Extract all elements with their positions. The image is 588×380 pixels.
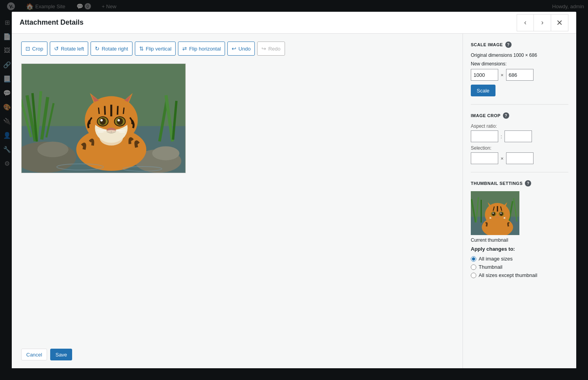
scale-image-header: SCALE IMAGE ? — [471, 42, 568, 48]
image-preview — [21, 63, 186, 173]
original-dimensions: Original dimensions 1000 × 686 — [471, 52, 568, 58]
radio-all-sizes-input[interactable] — [471, 256, 476, 262]
divider-1 — [471, 104, 568, 105]
scale-height-input[interactable] — [506, 69, 534, 81]
aspect-width-input[interactable] — [471, 130, 498, 142]
divider-2 — [471, 172, 568, 172]
svg-point-61 — [500, 212, 503, 216]
dimensions-row: × — [471, 69, 568, 81]
radio-thumbnail-label: Thumbnail — [479, 264, 503, 270]
action-buttons: Cancel Save — [21, 349, 453, 360]
next-attachment-button[interactable]: › — [534, 14, 551, 31]
flip-vertical-label: Flip vertical — [146, 46, 172, 52]
svg-rect-50 — [481, 200, 482, 223]
radio-except-input[interactable] — [471, 273, 476, 278]
crop-label: Crop — [32, 46, 43, 52]
current-thumbnail-label: Current thumbnail — [471, 237, 568, 243]
modal-title: Attachment Details — [20, 18, 517, 27]
redo-button[interactable]: ↪ Redo — [257, 42, 285, 56]
radio-except-label: All sizes except thumbnail — [479, 272, 537, 278]
radio-except-thumbnail[interactable]: All sizes except thumbnail — [471, 272, 568, 278]
undo-button[interactable]: ↩ Undo — [227, 42, 255, 56]
svg-point-13 — [37, 142, 68, 157]
aspect-height-input[interactable] — [505, 130, 532, 142]
scale-image-heading: SCALE IMAGE — [471, 42, 503, 47]
radio-all-sizes-label: All image sizes — [479, 256, 513, 262]
rotate-right-button[interactable]: ↻ Rotate right — [91, 42, 132, 56]
aspect-ratio-row: : — [471, 130, 568, 142]
rotate-left-label: Rotate left — [61, 46, 84, 52]
flip-horizontal-button[interactable]: ⇄ Flip horizontal — [178, 42, 225, 56]
undo-icon: ↩ — [232, 45, 236, 52]
svg-point-45 — [100, 130, 123, 146]
redo-icon: ↪ — [261, 45, 266, 52]
new-dims-label: New dimensions: — [471, 61, 568, 67]
radio-thumbnail[interactable]: Thumbnail — [471, 264, 568, 270]
rotate-left-button[interactable]: ↺ Rotate left — [50, 42, 88, 56]
thumbnail-preview — [471, 191, 519, 235]
redo-label: Redo — [268, 46, 280, 52]
svg-point-31 — [117, 118, 123, 125]
image-edit-area: ⊡ Crop ↺ Rotate left ↻ Rotate right ⇅ Fl… — [12, 34, 463, 368]
tiger-image — [22, 64, 185, 173]
scale-button[interactable]: Scale — [471, 85, 495, 96]
svg-point-32 — [100, 119, 103, 121]
save-button[interactable]: Save — [50, 349, 72, 360]
image-container — [21, 63, 453, 341]
rotate-left-icon: ↺ — [54, 45, 59, 52]
modal-body: ⊡ Crop ↺ Rotate left ↻ Rotate right ⇅ Fl… — [12, 34, 576, 368]
radio-thumbnail-input[interactable] — [471, 264, 476, 270]
flip-horizontal-label: Flip horizontal — [189, 46, 221, 52]
flip-vertical-icon: ⇅ — [139, 45, 144, 52]
selection-row: × — [471, 152, 568, 164]
flip-horizontal-icon: ⇄ — [182, 45, 187, 52]
crop-button[interactable]: ⊡ Crop — [21, 42, 47, 56]
thumbnail-settings-help[interactable]: ? — [525, 180, 531, 186]
svg-point-62 — [493, 213, 494, 214]
rotate-right-label: Rotate right — [102, 46, 128, 52]
svg-point-30 — [100, 118, 106, 125]
modal-header: Attachment Details ‹ › ✕ — [12, 12, 576, 34]
dims-separator: × — [501, 72, 504, 78]
close-modal-button[interactable]: ✕ — [551, 14, 568, 31]
undo-label: Undo — [238, 46, 250, 52]
apply-changes-label: Apply changes to: — [471, 246, 568, 252]
thumbnail-settings-heading: THUMBNAIL SETTINGS — [471, 181, 523, 186]
image-crop-header: IMAGE CROP ? — [471, 112, 568, 119]
cancel-button[interactable]: Cancel — [21, 349, 47, 360]
svg-point-60 — [492, 212, 495, 216]
svg-point-33 — [118, 119, 120, 121]
svg-point-14 — [152, 146, 180, 160]
aspect-separator: : — [501, 134, 502, 139]
edit-toolbar: ⊡ Crop ↺ Rotate left ↻ Rotate right ⇅ Fl… — [21, 42, 453, 56]
right-sidebar: SCALE IMAGE ? Original dimensions 1000 ×… — [463, 34, 576, 368]
image-crop-heading: IMAGE CROP — [471, 113, 501, 118]
thumbnail-svg — [471, 191, 519, 235]
attachment-details-modal: Attachment Details ‹ › ✕ ⊡ Crop ↺ Rotate… — [12, 12, 576, 368]
thumbnail-settings-header: THUMBNAIL SETTINGS ? — [471, 180, 568, 186]
modal-overlay: Attachment Details ‹ › ✕ ⊡ Crop ↺ Rotate… — [0, 0, 588, 380]
svg-point-63 — [501, 213, 502, 214]
scale-width-input[interactable] — [471, 69, 498, 81]
selection-width-input[interactable] — [471, 152, 498, 164]
selection-separator: × — [501, 156, 504, 161]
rotate-right-icon: ↻ — [95, 45, 100, 52]
selection-label: Selection: — [471, 145, 568, 151]
flip-vertical-button[interactable]: ⇅ Flip vertical — [135, 42, 176, 56]
image-crop-help[interactable]: ? — [503, 112, 509, 119]
prev-attachment-button[interactable]: ‹ — [517, 14, 534, 31]
crop-icon: ⊡ — [25, 45, 30, 52]
aspect-ratio-label: Aspect ratio: — [471, 123, 568, 129]
radio-all-sizes[interactable]: All image sizes — [471, 256, 568, 262]
selection-height-input[interactable] — [506, 152, 534, 164]
scale-image-help[interactable]: ? — [505, 42, 512, 48]
